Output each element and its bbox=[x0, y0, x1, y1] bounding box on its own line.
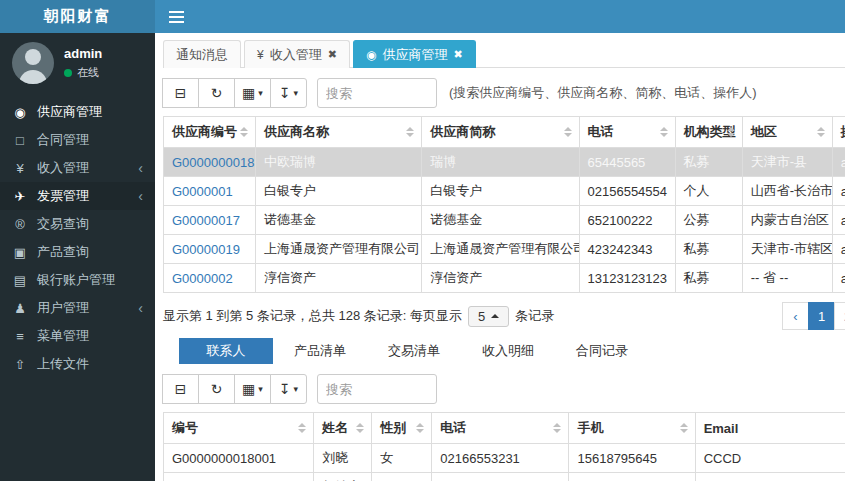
subtab-income-detail[interactable]: 收入明细 bbox=[461, 338, 555, 364]
col-email[interactable]: Email bbox=[695, 413, 845, 444]
col-gender[interactable]: 性别 bbox=[372, 413, 432, 444]
sidebar-item-icon: ¥ bbox=[12, 161, 28, 176]
subtab-contract-records[interactable]: 合同记录 bbox=[555, 338, 649, 364]
刘地方[interactable]: G0000000018002 刘地方 男 0216324324324 18245… bbox=[164, 473, 845, 481]
toolbar-button-icon: ▦ bbox=[242, 381, 255, 397]
supplier-short-name-cell: 淳信资产 bbox=[422, 264, 579, 293]
白银专户[interactable]: G0000001 白银专户 白银专户 02156554554 个人 山西省-长治… bbox=[164, 177, 845, 206]
contact-table-header-row: 编号 姓名 性别 bbox=[164, 413, 845, 444]
tab-income-management[interactable]: ¥ 收入管理 ✖ bbox=[244, 40, 350, 68]
淳信资产[interactable]: G0000002 淳信资产 淳信资产 13123123123 私募 -- 省 -… bbox=[164, 264, 845, 293]
sidebar-toggle-button[interactable] bbox=[169, 11, 184, 23]
tab-label: 通知消息 bbox=[176, 46, 228, 64]
col-supplier-name[interactable]: 供应商名称 bbox=[256, 117, 422, 148]
supplier-operator-cell: admin bbox=[832, 235, 845, 264]
sort-icon bbox=[817, 127, 825, 137]
page-size-dropdown[interactable]: 5 bbox=[468, 306, 509, 327]
sidebar-item-contract-management[interactable]: □ 合同管理 ‹ bbox=[0, 126, 155, 154]
sidebar-item-label: 银行账户管理 bbox=[37, 271, 115, 289]
contact-gender-cell: 女 bbox=[372, 444, 432, 473]
col-supplier-short-name[interactable]: 供应商简称 bbox=[422, 117, 579, 148]
sidebar-item-upload-file[interactable]: ⇧ 上传文件 ‹ bbox=[0, 350, 155, 378]
user-status-label: 在线 bbox=[77, 65, 99, 80]
supplier-code-link[interactable]: G0000002 bbox=[172, 271, 233, 286]
chevron-left-icon: ‹ bbox=[138, 188, 143, 204]
supplier-code-cell: G0000002 bbox=[164, 264, 256, 293]
subtab-transaction-list[interactable]: 交易清单 bbox=[367, 338, 461, 364]
col-phone[interactable]: 电话 bbox=[579, 117, 675, 148]
sidebar-item-product-query[interactable]: ▣ 产品查询 ‹ bbox=[0, 238, 155, 266]
sidebar-item-user-management[interactable]: ♟ 用户管理 ‹ bbox=[0, 294, 155, 322]
sidebar-item-icon: ≡ bbox=[12, 329, 28, 344]
toolbar-button-icon: ⊟ bbox=[175, 85, 187, 101]
sort-icon bbox=[553, 423, 561, 433]
sidebar-item-supplier-management[interactable]: ◉ 供应商管理 ‹ bbox=[0, 98, 155, 126]
column-header-label: 姓名 bbox=[322, 420, 348, 435]
col-contact-phone[interactable]: 电话 bbox=[432, 413, 569, 444]
brand-title[interactable]: 朝阳财富 bbox=[0, 0, 155, 33]
user-name: admin bbox=[64, 46, 102, 61]
close-icon[interactable]: ✖ bbox=[328, 48, 337, 61]
supplier-search-input[interactable] bbox=[317, 78, 437, 108]
sidebar-item-menu-management[interactable]: ≡ 菜单管理 ‹ bbox=[0, 322, 155, 350]
toolbar-button-icon: ↻ bbox=[211, 381, 223, 397]
subtab-product-list[interactable]: 产品清单 bbox=[273, 338, 367, 364]
export-button[interactable]: ↧ ▾ bbox=[270, 374, 307, 404]
sidebar-item-icon: ◉ bbox=[12, 105, 28, 120]
tab-bar: 通知消息 ✖ ¥ 收入管理 ✖ ◉ 供应商管理 ✖ bbox=[163, 37, 845, 68]
tab-notifications[interactable]: 通知消息 ✖ bbox=[163, 40, 241, 68]
toolbar-button-icon: ↧ bbox=[279, 381, 291, 397]
supplier-code-link[interactable]: G0000000018 bbox=[172, 155, 254, 170]
pager-prev[interactable]: ‹ bbox=[782, 302, 809, 330]
sidebar-item-bank-account-management[interactable]: ▤ 银行账户管理 ‹ bbox=[0, 266, 155, 294]
supplier-code-cell: G00000019 bbox=[164, 235, 256, 264]
sidebar-item-income-management[interactable]: ¥ 收入管理 ‹ bbox=[0, 154, 155, 182]
supplier-code-link[interactable]: G00000019 bbox=[172, 242, 240, 257]
columns-button[interactable]: ▦ ▾ bbox=[234, 374, 271, 404]
contact-code-cell: G0000000018002 bbox=[164, 473, 314, 481]
sidebar-item-invoice-management[interactable]: ✈ 发票管理 ‹ bbox=[0, 182, 155, 210]
supplier-operator-cell: admin bbox=[832, 177, 845, 206]
中欧瑞博[interactable]: G0000000018 中欧瑞博 瑞博 65445565 私募 天津市-县 ad… bbox=[164, 148, 845, 177]
refresh-button[interactable]: ↻ ▾ bbox=[198, 374, 235, 404]
col-institution-type[interactable]: 机构类型 bbox=[675, 117, 742, 148]
subtab-contacts[interactable]: 联系人 bbox=[179, 338, 273, 364]
sidebar-item-icon: ▤ bbox=[12, 273, 28, 288]
sidebar-item-transaction-query[interactable]: ® 交易查询 ‹ bbox=[0, 210, 155, 238]
pager-page-1[interactable]: 1 bbox=[808, 302, 835, 330]
columns-button[interactable]: ▦ ▾ bbox=[234, 78, 271, 108]
chevron-left-icon: ‹ bbox=[138, 160, 143, 176]
refresh-button[interactable]: ↻ ▾ bbox=[198, 78, 235, 108]
诺德基金[interactable]: G00000017 诺德基金 诺德基金 652100222 公募 内蒙古自治区 … bbox=[164, 206, 845, 235]
上海通晟资产管理有限公司[interactable]: G00000019 上海通晟资产管理有限公司 上海通晟资产管理有限公司 4232… bbox=[164, 235, 845, 264]
contact-search-input[interactable] bbox=[317, 374, 437, 404]
tab-supplier-management[interactable]: ◉ 供应商管理 ✖ bbox=[353, 40, 476, 68]
sort-icon bbox=[240, 127, 248, 137]
contact-code-cell: G0000000018001 bbox=[164, 444, 314, 473]
export-button[interactable]: ↧ ▾ bbox=[270, 78, 307, 108]
sidebar-item-icon: ® bbox=[12, 217, 28, 232]
toolbar-button-icon: ↻ bbox=[211, 85, 223, 101]
sidebar-item-label: 菜单管理 bbox=[37, 327, 89, 345]
col-supplier-code[interactable]: 供应商编号 bbox=[164, 117, 256, 148]
supplier-short-name-cell: 白银专户 bbox=[422, 177, 579, 206]
col-contact-code[interactable]: 编号 bbox=[164, 413, 314, 444]
paging-toggle-button[interactable]: ⊟ ▾ bbox=[162, 78, 199, 108]
close-icon[interactable]: ✖ bbox=[453, 48, 462, 61]
col-contact-name[interactable]: 姓名 bbox=[314, 413, 372, 444]
刘晓[interactable]: G0000000018001 刘晓 女 02166553231 15618795… bbox=[164, 444, 845, 473]
col-operator[interactable]: 操作人 bbox=[832, 117, 845, 148]
supplier-code-link[interactable]: G0000001 bbox=[172, 184, 233, 199]
sidebar-item-label: 产品查询 bbox=[37, 243, 89, 261]
paging-toggle-button[interactable]: ⊟ ▾ bbox=[162, 374, 199, 404]
sort-icon bbox=[727, 127, 735, 137]
contact-toolbar: ⊟ ▾ ↻ ▾ ▦ ▾ bbox=[163, 374, 845, 404]
page-size-value: 5 bbox=[478, 309, 485, 324]
pager-page-2[interactable]: 2 bbox=[834, 302, 845, 330]
chevron-left-icon: ‹ bbox=[138, 300, 143, 316]
supplier-code-link[interactable]: G00000017 bbox=[172, 213, 240, 228]
caret-down-icon: ▾ bbox=[294, 88, 299, 98]
supplier-region-cell: -- 省 -- bbox=[742, 264, 832, 293]
col-mobile[interactable]: 手机 bbox=[569, 413, 695, 444]
col-region[interactable]: 地区 bbox=[742, 117, 832, 148]
